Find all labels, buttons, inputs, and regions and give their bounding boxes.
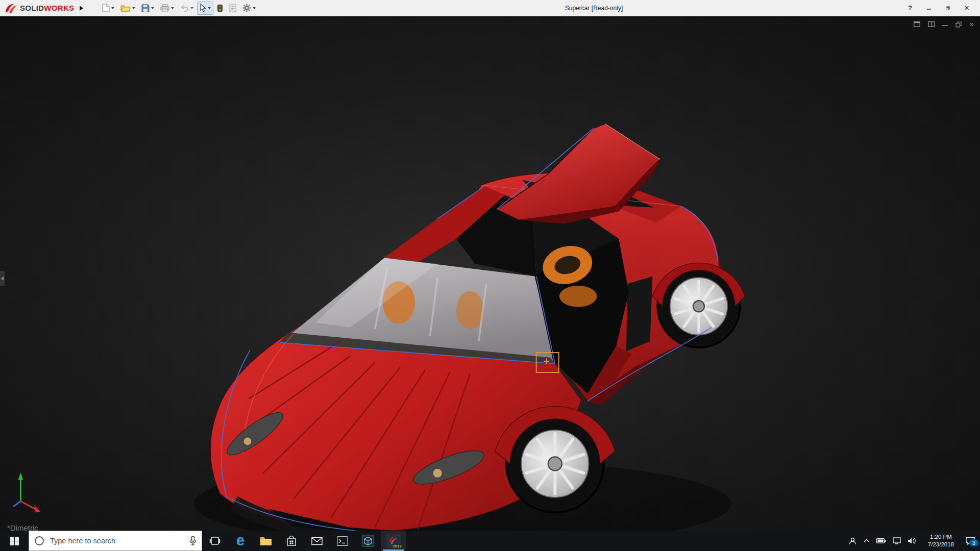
new-document-icon [102,4,110,12]
restore-icon [955,21,962,28]
orientation-triad [14,472,41,512]
notification-badge: 3 [969,539,978,546]
window-icon [914,21,920,27]
file-properties-icon [229,4,236,12]
solidworks-brand: SOLIDWORKS [4,3,74,14]
graphics-area[interactable]: × *Dimetric [0,16,980,531]
print-button[interactable] [158,2,177,15]
chevron-down-icon [253,7,256,9]
minimize-icon [927,5,931,11]
featuremanager-flyout-tab[interactable] [0,271,5,286]
terminal-icon [337,536,348,546]
titlebar: SOLIDWORKS [0,0,980,16]
doc-close-button[interactable]: × [969,20,974,28]
save-button[interactable] [139,2,157,15]
rebuild-traffic-light-icon [217,4,223,12]
volume-button[interactable] [908,537,916,544]
solidworks-year-badge: 2017 [393,544,402,548]
close-button[interactable]: × [962,3,972,14]
chevron-down-icon [171,7,174,9]
brand-wordmark: SOLIDWORKS [20,4,74,12]
system-tray: 1:20 PM 7/23/2018 3 [845,531,980,551]
store-bag-icon [286,536,297,546]
gear-icon [242,4,251,12]
file-properties-button[interactable] [227,2,239,15]
battery-button[interactable] [876,538,886,543]
terminal-button[interactable] [330,531,355,551]
cube-app-icon [362,535,374,547]
taskbar: e [0,531,980,551]
hidden-icons-button[interactable] [864,539,870,543]
clock-date: 7/23/2018 [928,541,954,548]
doc-window-controls: × [914,20,974,28]
mail-envelope-icon [311,537,323,545]
select-cursor-icon [200,4,206,12]
edge-icon: e [236,533,244,548]
battery-icon [876,538,886,543]
open-document-button[interactable] [118,2,138,15]
new-document-button[interactable] [100,2,117,15]
ds-logo-icon [4,3,17,14]
clock[interactable]: 1:20 PM 7/23/2018 [925,533,957,549]
chevron-down-icon [208,7,211,9]
save-floppy-icon [141,4,150,12]
start-button[interactable] [0,531,29,551]
search-box[interactable] [29,531,202,551]
people-icon [848,537,857,545]
undo-arrow-icon [180,5,189,12]
solidworks-app-button[interactable]: 2017 [381,531,406,551]
task-view-button[interactable] [202,531,228,551]
view-orientation-label: *Dimetric [7,523,38,531]
tile-window-button[interactable] [928,21,935,27]
doc-minimize-button[interactable] [942,21,948,27]
volume-icon [908,537,916,544]
store-button[interactable] [279,531,304,551]
chevron-up-icon [864,539,870,543]
chevron-down-icon [111,7,114,9]
solidworks-app-icon: 2017 [386,534,401,548]
window-title: Supercar [Read-only] [565,5,623,12]
options-button[interactable] [240,2,258,15]
chevron-right-icon [80,6,83,11]
minimize-button[interactable] [924,3,934,14]
chevron-down-icon [190,7,193,9]
cad-cube-app-button[interactable] [355,531,381,551]
file-explorer-icon [260,536,272,546]
rebuild-button[interactable] [214,2,226,15]
doc-restore-button[interactable] [955,21,962,28]
supercar-model[interactable] [0,16,980,531]
help-button[interactable]: ? [905,3,915,14]
file-explorer-button[interactable] [253,531,279,551]
printer-icon [160,4,169,12]
chevron-down-icon [132,7,135,9]
network-button[interactable] [893,537,901,544]
mail-button[interactable] [304,531,330,551]
menu-flyout-button[interactable] [76,2,86,14]
search-input[interactable] [49,536,185,545]
windows-logo-icon [10,537,19,545]
minimize-icon [942,21,948,27]
chevron-down-icon [151,7,154,9]
tiled-window-icon [928,21,935,27]
cortana-icon [34,535,45,546]
screen: SOLIDWORKS [0,0,980,551]
action-center-button[interactable]: 3 [966,537,975,545]
chevron-left-icon [1,277,4,281]
undo-button[interactable] [178,2,196,15]
task-view-icon [209,536,220,545]
display-network-icon [893,537,901,544]
open-folder-icon [120,4,131,12]
edge-browser-button[interactable]: e [228,531,253,551]
brand-works: WORKS [44,4,74,12]
restore-icon [946,5,950,11]
people-button[interactable] [848,537,857,545]
maximize-button[interactable] [943,3,953,14]
microphone-icon[interactable] [189,536,197,546]
window-controls: ? × [905,3,976,14]
clock-time: 1:20 PM [928,533,954,541]
new-window-button[interactable] [914,21,920,27]
main-toolbar [100,2,258,15]
select-button[interactable] [197,2,213,15]
brand-solid: SOLID [20,4,44,12]
